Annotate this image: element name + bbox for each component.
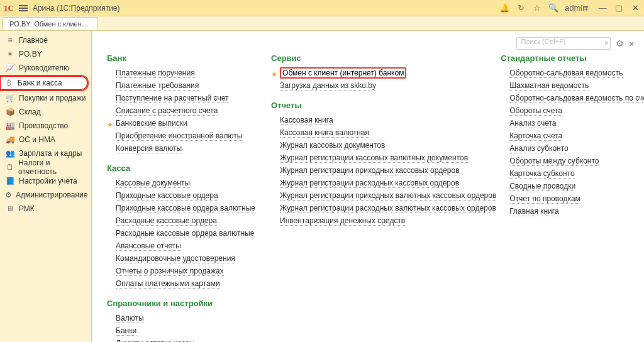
menu-link[interactable]: Карточка счета xyxy=(501,130,631,142)
menu-link[interactable]: Платежные требования xyxy=(107,79,233,92)
menu-link[interactable]: Сводные проводки xyxy=(501,180,631,192)
sidebar-item-label: Зарплата и кадры xyxy=(19,149,82,158)
menu-link[interactable]: Главная книга xyxy=(501,205,631,218)
sidebar-item-12[interactable]: 🖥РМК xyxy=(0,202,91,216)
search-icon[interactable]: 🔍 xyxy=(548,3,558,13)
titlebar-right: 🔔 ↻ ☆ 🔍 admin ≡ — ▢ ✕ xyxy=(499,3,640,13)
menu-link[interactable]: Анализ счета xyxy=(501,117,631,130)
app-logo: 1C xyxy=(4,3,14,13)
sidebar-icon: ⚙ xyxy=(5,190,12,200)
menu-link[interactable]: Расходные кассовые ордера валютные xyxy=(107,227,233,240)
menu-link[interactable]: Обороты между субконто xyxy=(501,155,631,167)
menu-link[interactable]: Карточка субконто xyxy=(501,167,631,180)
search-placeholder: Поиск (Ctrl+F) xyxy=(521,38,565,45)
menu-link-label: Командировочные удостоверения xyxy=(116,254,235,263)
menu-link[interactable]: Командировочные удостоверения xyxy=(107,252,233,265)
menu-link[interactable]: Отчет по проводкам xyxy=(501,192,631,205)
content-tools: Поиск (Ctrl+F) × ⚙ × xyxy=(516,37,634,50)
sidebar-item-2[interactable]: 📈Руководителю xyxy=(0,61,91,75)
menu-link[interactable]: Авансовые отчеты xyxy=(107,240,233,252)
minimize-icon[interactable]: — xyxy=(597,3,608,13)
sidebar-item-label: Руководителю xyxy=(19,63,69,72)
menu-link-label: Оборотно-сальдовая ведомость по счету xyxy=(509,94,644,103)
column-0: БанкПлатежные порученияПлатежные требова… xyxy=(107,53,233,342)
menu-link[interactable]: Платежные поручения xyxy=(107,67,233,79)
menu-link-label: Сводные проводки xyxy=(509,182,575,191)
sidebar-icon: 📈 xyxy=(5,63,15,73)
sidebar-item-1[interactable]: ✶PO.BY xyxy=(0,47,91,61)
menu-link[interactable]: Кассовые документы xyxy=(107,177,233,189)
gear-icon[interactable]: ⚙ xyxy=(616,38,624,48)
sidebar-item-6[interactable]: 🏭Производство xyxy=(0,119,91,133)
menu-link[interactable]: Оборотно-сальдовая ведомость по счету xyxy=(501,92,631,104)
menu-link[interactable]: Шахматная ведомость xyxy=(501,79,631,92)
search-input[interactable]: Поиск (Ctrl+F) × xyxy=(516,37,611,50)
menu-link[interactable]: Журнал кассовых документов xyxy=(271,139,463,152)
panel-close-icon[interactable]: × xyxy=(629,39,634,48)
menu-link[interactable]: Кассовая книга валютная xyxy=(271,126,463,139)
menu-link[interactable]: Валюты xyxy=(107,312,233,324)
menu-link[interactable]: Банки xyxy=(107,324,233,337)
menu-link[interactable]: Конверсия валюты xyxy=(107,142,233,155)
menu-link[interactable]: ★Банковские выписки xyxy=(107,117,233,130)
menu-link[interactable]: Лимиты остатка кассы xyxy=(107,337,233,342)
menu-link-label: Приобретение иностранной валюты xyxy=(116,131,242,141)
menu-link[interactable]: Журнал регистрации приходных кассовых ор… xyxy=(271,164,463,177)
sidebar-item-label: Главное xyxy=(19,36,48,45)
star-icon[interactable]: ☆ xyxy=(532,3,542,13)
sidebar-icon: 📘 xyxy=(5,176,15,186)
menu-link[interactable]: Журнал регистрации расходных валютных ка… xyxy=(271,202,463,214)
menu-link[interactable]: Анализ субконто xyxy=(501,142,631,155)
user-label[interactable]: admin xyxy=(565,3,575,13)
maximize-icon[interactable]: ▢ xyxy=(614,3,624,13)
sidebar-icon: 🖥 xyxy=(5,204,15,214)
menu-link[interactable]: Инвентаризация денежных средств xyxy=(271,214,463,227)
sidebar-item-4[interactable]: 🛒Покупки и продажи xyxy=(0,91,91,105)
menu-link-label: Инвентаризация денежных средств xyxy=(280,216,405,226)
sidebar-item-11[interactable]: ⚙Администрирование xyxy=(0,188,91,202)
menu-link[interactable]: Расходные кассовые ордера xyxy=(107,214,233,227)
sidebar-item-0[interactable]: ≡Главное xyxy=(0,33,91,47)
menu-link[interactable]: Оплаты платежными картами xyxy=(107,277,233,290)
history-icon[interactable]: ↻ xyxy=(516,3,526,13)
menu-link-label: Обороты между субконто xyxy=(509,157,599,166)
sidebar-item-label: Склад xyxy=(19,108,41,116)
menu-link[interactable]: Журнал регистрации приходных валютных ка… xyxy=(271,189,463,202)
menu-link[interactable]: Загрузка данных из skko.by xyxy=(271,79,463,92)
sidebar-item-10[interactable]: 📘Настройки учета xyxy=(0,174,91,188)
menu-link-label: Платежные требования xyxy=(116,81,199,91)
section-title: Сервис xyxy=(271,53,463,63)
sidebar-icon: ✶ xyxy=(5,49,15,59)
tab-active[interactable]: PO.BY: Обмен с клиент (интер xyxy=(3,17,98,30)
menu-link[interactable]: ★Обмен с клиент (интернет) банком xyxy=(271,67,463,79)
menu-icon[interactable] xyxy=(19,5,28,11)
clear-icon[interactable]: × xyxy=(604,39,608,47)
menu-link[interactable]: Приобретение иностранной валюты xyxy=(107,130,233,142)
menu-link[interactable]: Приходные кассовые ордера xyxy=(107,189,233,202)
sidebar-item-3[interactable]: ₿Банк и касса xyxy=(0,75,89,91)
bell-icon[interactable]: 🔔 xyxy=(499,3,509,13)
menu-link-label: Журнал регистрации приходных кассовых ор… xyxy=(280,166,460,175)
menu-link-label: Оборотно-сальдовая ведомость xyxy=(509,69,623,78)
sidebar-item-7[interactable]: 🚚ОС и НМА xyxy=(0,133,91,146)
column-2: Стандартные отчетыОборотно-сальдовая вед… xyxy=(501,53,631,342)
sidebar-item-label: Настройки учета xyxy=(19,177,77,185)
menu-link[interactable]: Кассовая книга xyxy=(271,114,463,126)
menu-link[interactable]: Отчеты о розничных продажах xyxy=(107,265,233,277)
sidebar-item-5[interactable]: 📦Склад xyxy=(0,105,91,119)
sidebar-item-9[interactable]: 🗒Налоги и отчетность xyxy=(0,160,91,174)
menu-link[interactable]: Журнал регистрации расходных кассовых ор… xyxy=(271,177,463,189)
sidebar-item-label: Налоги и отчетность xyxy=(18,158,86,176)
menu-link[interactable]: Обороты счета xyxy=(501,104,631,117)
star-icon: ★ xyxy=(107,118,113,131)
close-icon[interactable]: ✕ xyxy=(630,3,640,13)
menu-link[interactable]: Приходные кассовые ордера валютные xyxy=(107,202,233,214)
menu-link[interactable]: Оборотно-сальдовая ведомость xyxy=(501,67,631,79)
menu-link-label: Авансовые отчеты xyxy=(116,241,181,251)
settings-icon[interactable]: ≡ xyxy=(581,3,591,13)
sidebar-item-label: ОС и НМА xyxy=(19,135,55,144)
menu-link[interactable]: Поступление на расчетный счет xyxy=(107,92,233,104)
menu-link[interactable]: Списание с расчетного счета xyxy=(107,104,233,117)
menu-link-label: Отчет по проводкам xyxy=(509,194,580,204)
menu-link[interactable]: Журнал регистрации кассовых валютных док… xyxy=(271,152,463,164)
